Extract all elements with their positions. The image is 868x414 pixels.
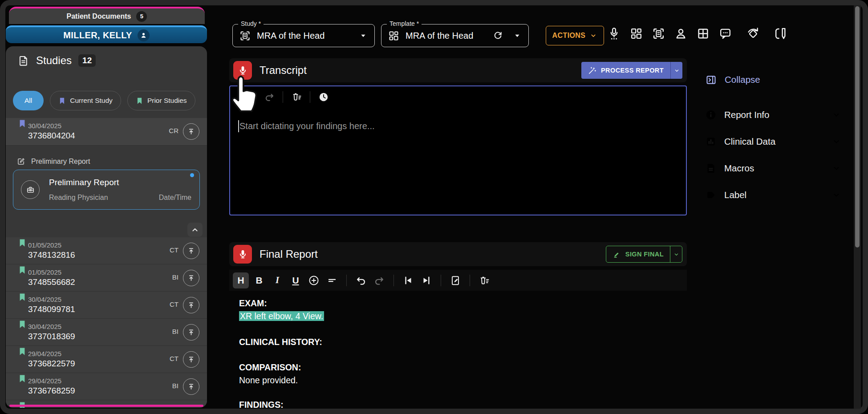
person-icon[interactable]	[674, 27, 688, 41]
upload-study-button[interactable]	[183, 270, 199, 286]
upload-study-button[interactable]	[183, 324, 199, 341]
document-icon	[705, 162, 717, 174]
toolbar-divider	[470, 275, 470, 286]
upload-icon	[187, 382, 196, 391]
edit-icon	[16, 157, 26, 166]
study-row[interactable]: 30/04/2025 3737018369 BI	[6, 319, 207, 346]
grid-layout-icon	[388, 30, 400, 42]
study-id: 3748132816	[28, 250, 75, 260]
insert-button[interactable]	[306, 272, 322, 288]
caret-down-icon	[358, 31, 368, 41]
filter-current-study-chip[interactable]: Current Study	[50, 91, 121, 110]
bold-button[interactable]: B	[251, 272, 267, 288]
preliminary-report-card[interactable]: Preliminary Report Reading Physician Dat…	[13, 170, 200, 210]
chevron-down-icon	[673, 67, 680, 74]
process-report-button[interactable]: PROCESS REPORT	[581, 62, 670, 79]
study-modality: CT	[170, 355, 178, 362]
scan-document-icon[interactable]	[652, 27, 665, 41]
history-button[interactable]	[317, 90, 330, 104]
process-report-split-button: PROCESS REPORT	[581, 62, 682, 79]
clear-report-button[interactable]	[476, 272, 492, 288]
study-row[interactable]: 01/05/2025 3748132816 CT	[6, 237, 207, 264]
final-report-editor[interactable]: EXAM: XR left elbow, 4 View. CLINICAL HI…	[229, 291, 687, 414]
macros-accordion[interactable]: Macros	[705, 160, 841, 176]
redo-icon	[373, 275, 385, 286]
upload-study-button[interactable]	[183, 123, 199, 140]
pen-sign-icon	[612, 250, 621, 259]
next-field-button[interactable]	[418, 272, 434, 288]
rotate-object-icon[interactable]	[746, 27, 760, 41]
actions-button[interactable]: ACTIONS	[546, 26, 604, 45]
transcript-editor[interactable]: Start dictating your findings here...	[229, 85, 687, 215]
study-select-value: MRA of the Head	[257, 31, 353, 41]
final-report-section: Final Report SIGN FINAL H B I U	[229, 242, 687, 414]
collapse-report-list-button[interactable]	[187, 223, 203, 237]
collapse-panel-icon	[705, 74, 717, 86]
underline-button[interactable]: U	[288, 272, 304, 288]
template-select[interactable]: Template * MRA of the Head	[381, 24, 529, 47]
collapse-panel-button[interactable]: Collapse	[705, 72, 841, 88]
toolbar-divider	[441, 275, 441, 286]
italic-button[interactable]: I	[269, 272, 285, 288]
study-select[interactable]: Study * MRA of the Head	[232, 24, 375, 47]
clinical-data-accordion[interactable]: Clinical Data	[705, 134, 841, 150]
macros-label: Macros	[724, 163, 754, 174]
sign-final-menu-button[interactable]	[670, 246, 682, 262]
briefcase-icon-circle	[21, 180, 40, 199]
upload-study-button[interactable]	[183, 243, 199, 259]
upload-study-button[interactable]	[183, 351, 199, 368]
stylus-icon[interactable]	[774, 27, 787, 41]
filter-prior-studies-chip[interactable]: Prior Studies	[127, 91, 195, 110]
line-spacing-button[interactable]	[324, 272, 340, 288]
upload-icon	[187, 355, 196, 364]
dashboard-grid-icon[interactable]	[629, 27, 643, 41]
studies-header: Studies 12	[17, 54, 96, 67]
study-row-current[interactable]: 30/04/2025 3736804204 CR	[6, 118, 207, 146]
transcript-record-button[interactable]	[233, 61, 252, 80]
study-row[interactable]: 30/04/2025 3748099781 CT	[6, 292, 207, 319]
scrollbar-thumb[interactable]	[855, 6, 860, 248]
redo-button[interactable]	[263, 90, 276, 104]
document-icon	[17, 55, 29, 67]
study-row[interactable]: 01/05/2025 3748556682 BI	[6, 264, 207, 292]
study-id: 3748556682	[28, 277, 75, 287]
upload-icon	[187, 127, 196, 136]
study-modality: CR	[169, 127, 178, 134]
exam-value-highlight: XR left elbow, 4 View.	[239, 311, 324, 321]
report-info-accordion[interactable]: Report Info	[705, 107, 841, 123]
edit-template-button[interactable]	[447, 272, 463, 288]
previous-field-button[interactable]	[400, 272, 416, 288]
study-modality: BI	[172, 382, 178, 390]
undo-button[interactable]	[243, 90, 256, 104]
heading-button[interactable]: H	[233, 272, 249, 288]
study-row[interactable]: 29/04/2025 3736768259 BI	[6, 373, 207, 400]
chat-bubble-icon[interactable]	[718, 27, 732, 41]
undo-button[interactable]	[353, 272, 369, 288]
redo-button[interactable]	[371, 272, 387, 288]
final-report-record-button[interactable]	[233, 245, 252, 264]
clear-transcript-button[interactable]	[290, 90, 303, 104]
filter-all-chip[interactable]: All	[13, 91, 44, 110]
exam-label: EXAM:	[239, 298, 677, 309]
patient-documents-tab[interactable]: Patient Documents 5	[9, 7, 205, 24]
transcript-input-area[interactable]: Start dictating your findings here...	[238, 120, 375, 132]
studies-title: Studies	[36, 54, 72, 67]
report-info-label: Report Info	[724, 110, 769, 120]
patient-name-tab[interactable]: MILLER, KELLY	[6, 25, 207, 43]
study-id: 3737018369	[28, 332, 75, 341]
upload-study-button[interactable]	[183, 378, 199, 395]
bookmark-icon	[18, 346, 27, 357]
tag-icon	[705, 189, 717, 201]
sign-final-button[interactable]: SIGN FINAL	[606, 246, 670, 262]
process-report-menu-button[interactable]	[670, 62, 682, 79]
bookmark-icon	[58, 97, 66, 105]
study-row[interactable]: 29/04/2025 3736822579 CT	[6, 346, 207, 373]
preliminary-card-title: Preliminary Report	[49, 178, 119, 187]
table-grid-icon[interactable]	[696, 27, 710, 41]
lines-icon	[326, 275, 338, 286]
label-accordion[interactable]: Label	[705, 187, 841, 203]
refresh-icon[interactable]	[493, 31, 503, 41]
upload-study-button[interactable]	[183, 297, 199, 313]
microphone-settings-icon[interactable]	[607, 27, 621, 41]
sign-final-label: SIGN FINAL	[625, 251, 664, 258]
